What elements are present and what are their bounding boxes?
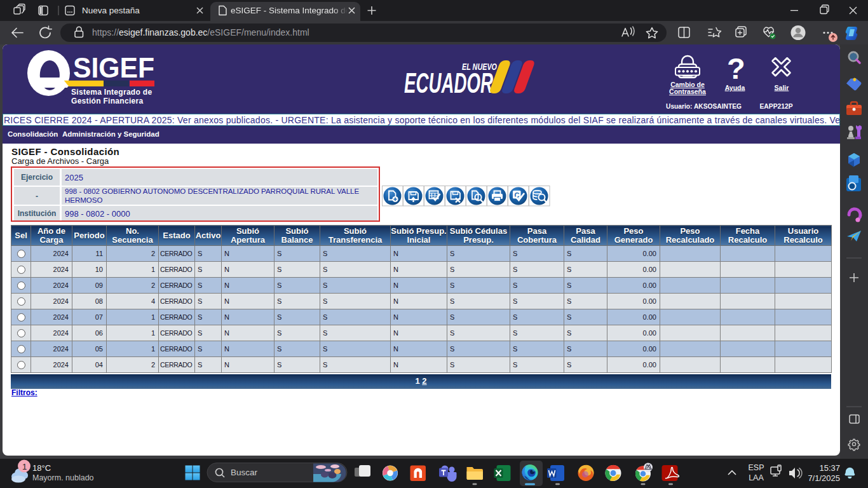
- svg-text:?: ?: [727, 51, 745, 85]
- svg-text:Gestión Financiera: Gestión Financiera: [71, 97, 143, 105]
- svg-text:Usuario: AKSOSAINTEG: Usuario: AKSOSAINTEG: [666, 102, 742, 110]
- svg-text:SIGEF: SIGEF: [73, 52, 154, 83]
- svg-text:Sistema Integrado de: Sistema Integrado de: [71, 88, 152, 97]
- svg-text:ECUADOR: ECUADOR: [404, 67, 493, 99]
- svg-text:Ayuda: Ayuda: [725, 84, 745, 92]
- svg-text:1: 1: [22, 462, 27, 471]
- svg-text:Salir: Salir: [775, 84, 789, 92]
- svg-text:EAPP212P: EAPP212P: [760, 102, 793, 110]
- svg-text:Contraseña: Contraseña: [669, 88, 706, 95]
- svg-text:Buscar: Buscar: [231, 468, 258, 477]
